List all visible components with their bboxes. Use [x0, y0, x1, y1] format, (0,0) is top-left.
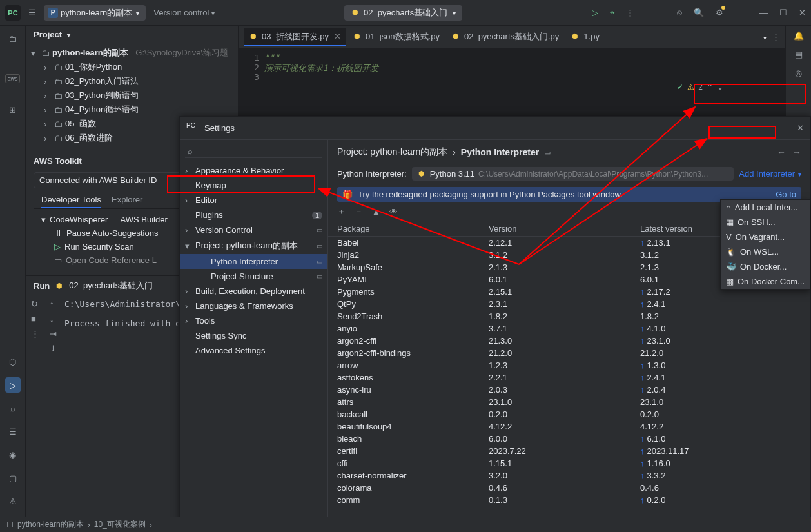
stop-icon[interactable]: ■ — [31, 314, 39, 324]
show-early-icon[interactable]: 👁 — [389, 207, 398, 217]
editor-tab[interactable]: 01_json数据格式.py — [347, 28, 445, 46]
editor-tab[interactable]: 03_折线图开发.py✕ — [244, 28, 346, 46]
terminal-icon[interactable]: ▢ — [5, 470, 21, 486]
package-row[interactable]: bleach6.0.0↑ 6.1.0 — [337, 433, 801, 445]
tree-folder[interactable]: ›🗀03_Python判断语句 — [44, 88, 233, 103]
editor-tab[interactable]: 1.py — [565, 28, 605, 46]
back-icon[interactable]: ← — [777, 147, 786, 157]
tree-root[interactable]: python-learn的副本 — [52, 47, 128, 59]
more-icon[interactable]: ⋮ — [626, 8, 634, 17]
interpreter-menu-item[interactable]: 🐳On Docker... — [721, 259, 810, 274]
settings-tree-item[interactable]: Project Structure▭ — [180, 269, 327, 284]
maximize-icon[interactable]: ☐ — [779, 8, 787, 17]
settings-tree-item[interactable]: ›Build, Execution, Deployment — [180, 284, 327, 299]
package-row[interactable]: colorama0.4.6 0.4.6 — [337, 482, 801, 494]
package-row[interactable]: QtPy2.3.1↑ 2.4.1 — [337, 298, 801, 310]
tree-folder[interactable]: ›🗀01_你好Python — [44, 60, 233, 74]
run-config-selector[interactable]: 02_pyecharts基础入门 — [344, 5, 462, 21]
settings-tree-item[interactable]: ›Languages & Frameworks — [180, 299, 327, 313]
structure-icon[interactable]: ⊞ — [5, 102, 21, 117]
inspection-widget[interactable]: ✓⚠2⌃⌄ — [677, 83, 723, 92]
more-icon[interactable]: ⋮ — [31, 329, 39, 339]
goto-link[interactable]: Go to — [776, 190, 796, 199]
rerun-icon[interactable]: ↻ — [31, 299, 39, 309]
package-row[interactable]: comm0.1.3↑ 0.2.0 — [337, 494, 801, 506]
settings-tree-item[interactable]: ›Appearance & Behavior — [180, 163, 327, 178]
add-interpreter-dropdown[interactable]: Add Interpreter — [739, 169, 801, 179]
settings-search[interactable]: ⌕ — [185, 145, 322, 158]
aws-icon[interactable]: aws — [5, 74, 19, 83]
tree-folder[interactable]: ›🗀04_Python循环语句 — [44, 103, 233, 117]
package-row[interactable]: attrs23.1.0 23.1.0 — [337, 396, 801, 408]
package-row[interactable]: cffi1.15.1↑ 1.16.0 — [337, 457, 801, 469]
vcs-dropdown[interactable]: Version control — [153, 8, 215, 17]
run-toolwindow-icon[interactable]: ▷ — [5, 377, 21, 393]
editor-tab[interactable]: 02_pyecharts基础入门.py — [446, 28, 564, 46]
settings-tree-item[interactable]: Advanced Settings — [180, 343, 327, 358]
interpreter-selector[interactable]: Python 3.11 C:\Users\Administrator\AppDa… — [412, 167, 734, 181]
forward-icon[interactable]: → — [792, 147, 801, 157]
services-icon[interactable]: ☰ — [5, 424, 21, 439]
soft-wrap-icon[interactable]: ⇥ — [50, 329, 57, 339]
interpreter-menu-item[interactable]: 🐧On WSL... — [721, 244, 810, 259]
run-icon[interactable]: ▷ — [592, 8, 598, 17]
up-icon[interactable]: ↑ — [50, 299, 57, 309]
settings-tree-item[interactable]: ›Tools — [180, 313, 327, 328]
scroll-end-icon[interactable]: ⤓ — [50, 344, 57, 353]
minimize-icon[interactable]: — — [759, 8, 768, 17]
project-selector[interactable]: P python-learn的副本 — [44, 5, 146, 21]
python-packages-icon[interactable]: ⬡ — [5, 354, 21, 369]
settings-tree-item[interactable]: Python Interpreter▭ — [180, 254, 327, 269]
remove-icon[interactable]: － — [355, 206, 363, 217]
package-row[interactable]: async-lru2.0.3↑ 2.0.4 — [337, 384, 801, 396]
cw-reference[interactable]: Open Code Reference L — [66, 255, 157, 265]
sciview-icon[interactable]: ◎ — [795, 68, 802, 78]
debug-icon[interactable]: ⌖ — [610, 8, 614, 18]
interpreter-menu-item[interactable]: ▩On Docker Com... — [721, 274, 810, 289]
down-icon[interactable]: ↓ — [50, 314, 57, 324]
database-icon[interactable]: ▤ — [795, 50, 803, 59]
project-panel-header[interactable]: Project — [26, 26, 238, 43]
settings-tree-item[interactable]: Plugins1 — [180, 208, 327, 222]
add-icon[interactable]: ＋ — [337, 206, 346, 217]
codewithme-icon[interactable]: ⎋ — [677, 8, 682, 17]
interpreter-menu-item[interactable]: ⌂Add Local Inter... — [721, 200, 810, 215]
settings-tree-item[interactable]: Settings Sync — [180, 328, 327, 343]
interpreter-menu-item[interactable]: VOn Vagrant... — [721, 230, 810, 244]
package-row[interactable]: asttokens2.2.1↑ 2.4.1 — [337, 371, 801, 384]
cw-pause[interactable]: Pause Auto-Suggestions — [66, 228, 158, 238]
notifications-icon[interactable]: 🔔 — [794, 31, 804, 41]
search-icon[interactable]: 🔍 — [694, 8, 704, 17]
package-row[interactable]: certifi2023.7.22↑ 2023.11.17 — [337, 445, 801, 457]
tabs-dropdown-icon[interactable] — [762, 32, 767, 42]
cw-scan[interactable]: Run Security Scan — [64, 242, 134, 251]
settings-tree-item[interactable]: ›Version Control▭ — [180, 222, 327, 237]
package-row[interactable]: beautifulsoup44.12.2 4.12.2 — [337, 420, 801, 433]
settings-tree-item[interactable]: ▾Project: python-learn的副本▭ — [180, 237, 327, 254]
package-row[interactable]: Send2Trash1.8.2 1.8.2 — [337, 310, 801, 322]
codewhisperer-node[interactable]: CodeWhisperer — [50, 215, 108, 224]
python-console-icon[interactable]: ⌕ — [5, 400, 21, 416]
settings-tree-item[interactable]: ›Editor — [180, 193, 327, 208]
package-row[interactable]: backcall0.2.0 0.2.0 — [337, 408, 801, 420]
more-icon[interactable]: ⋮ — [772, 32, 780, 42]
package-row[interactable]: arrow1.2.3↑ 1.3.0 — [337, 359, 801, 371]
problems-icon[interactable]: ⚠ — [5, 493, 21, 509]
package-row[interactable]: argon2-cffi-bindings21.2.0 21.2.0 — [337, 347, 801, 359]
package-row[interactable]: argon2-cffi21.3.0↑ 23.1.0 — [337, 335, 801, 347]
tree-folder[interactable]: ›🗀02_Python入门语法 — [44, 74, 233, 88]
folder-icon[interactable]: 🗀 — [5, 31, 21, 46]
interpreter-menu-item[interactable]: ▦On SSH... — [721, 215, 810, 230]
close-icon[interactable]: ✕ — [799, 8, 806, 17]
aws-tab-explorer[interactable]: Explorer — [112, 195, 142, 208]
quick-access-icon[interactable]: ◉ — [5, 447, 21, 462]
hamburger-icon[interactable]: ☰ — [28, 8, 36, 17]
upgrade-icon[interactable]: ▲ — [372, 207, 380, 217]
package-row[interactable]: anyio3.7.1↑ 4.1.0 — [337, 322, 801, 335]
package-row[interactable]: charset-normalizer3.2.0↑ 3.3.2 — [337, 469, 801, 482]
settings-tree-item[interactable]: Keymap — [180, 178, 327, 193]
aws-tab-devtools[interactable]: Developer Tools — [41, 195, 101, 208]
close-icon[interactable]: ✕ — [797, 123, 804, 133]
search-input[interactable] — [195, 146, 320, 156]
settings-icon[interactable]: ⚙ — [716, 8, 723, 17]
